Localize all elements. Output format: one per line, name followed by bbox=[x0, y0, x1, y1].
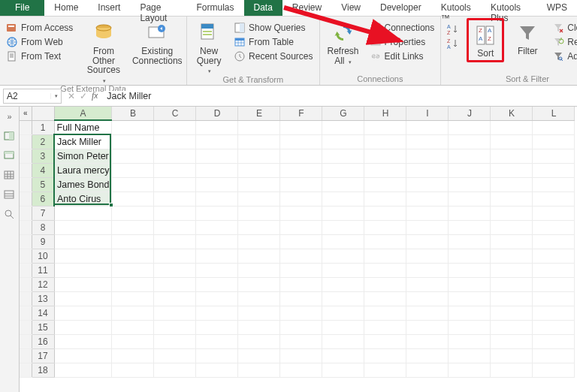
col-header-F[interactable]: F bbox=[280, 107, 322, 120]
cell-J18[interactable] bbox=[449, 363, 491, 377]
col-header-B[interactable]: B bbox=[112, 107, 154, 120]
reapply-button[interactable]: Reapply bbox=[551, 35, 577, 49]
cell-I3[interactable] bbox=[406, 149, 449, 163]
cell-L6[interactable] bbox=[533, 191, 575, 206]
cell-K5[interactable] bbox=[491, 177, 533, 191]
cell-I14[interactable] bbox=[406, 306, 449, 320]
cell-D7[interactable] bbox=[196, 206, 238, 220]
cell-E6[interactable] bbox=[238, 191, 280, 206]
cell-J5[interactable] bbox=[449, 177, 491, 191]
row-header-12[interactable]: 12 bbox=[32, 277, 54, 291]
cell-A16[interactable] bbox=[54, 334, 112, 348]
cell-D14[interactable] bbox=[196, 306, 238, 320]
cell-I11[interactable] bbox=[406, 263, 449, 277]
cell-C13[interactable] bbox=[154, 291, 196, 306]
cell-D16[interactable] bbox=[196, 334, 238, 348]
col-header-G[interactable]: G bbox=[322, 107, 364, 120]
cell-C12[interactable] bbox=[154, 277, 196, 291]
cell-H18[interactable] bbox=[364, 363, 406, 377]
from-table-button[interactable]: From Table bbox=[232, 35, 314, 49]
cell-H12[interactable] bbox=[364, 277, 406, 291]
cell-L16[interactable] bbox=[533, 334, 575, 348]
cell-L15[interactable] bbox=[533, 320, 575, 334]
cell-K12[interactable] bbox=[491, 277, 533, 291]
cell-L5[interactable] bbox=[533, 177, 575, 191]
cell-K6[interactable] bbox=[491, 191, 533, 206]
cell-D17[interactable] bbox=[196, 348, 238, 363]
cell-D13[interactable] bbox=[196, 291, 238, 306]
cell-B14[interactable] bbox=[112, 306, 154, 320]
row-header-10[interactable]: 10 bbox=[32, 249, 54, 263]
row-header-8[interactable]: 8 bbox=[32, 220, 54, 234]
cell-I9[interactable] bbox=[406, 234, 449, 249]
cell-L13[interactable] bbox=[533, 291, 575, 306]
tab-view[interactable]: View bbox=[331, 0, 370, 16]
cell-H17[interactable] bbox=[364, 348, 406, 363]
cell-L3[interactable] bbox=[533, 149, 575, 163]
cell-I4[interactable] bbox=[406, 163, 449, 177]
cell-B18[interactable] bbox=[112, 363, 154, 377]
row-header-1[interactable]: 1 bbox=[32, 120, 54, 134]
cell-F11[interactable] bbox=[280, 263, 322, 277]
cell-F13[interactable] bbox=[280, 291, 322, 306]
cell-A5[interactable]: James Bond bbox=[54, 177, 112, 191]
tab-data[interactable]: Data bbox=[244, 0, 282, 16]
fx-icon[interactable]: fx bbox=[92, 90, 98, 101]
cell-D15[interactable] bbox=[196, 320, 238, 334]
from-access-button[interactable]: From Access bbox=[5, 21, 74, 35]
rail-icon-2[interactable] bbox=[3, 149, 17, 162]
collapse-rail-icon[interactable]: « bbox=[20, 107, 32, 120]
from-web-button[interactable]: From Web bbox=[5, 35, 74, 49]
cell-F16[interactable] bbox=[280, 334, 322, 348]
cell-F4[interactable] bbox=[280, 163, 322, 177]
show-queries-button[interactable]: Show Queries bbox=[232, 21, 314, 35]
enter-formula-icon[interactable]: ✓ bbox=[80, 91, 87, 101]
cell-J7[interactable] bbox=[449, 206, 491, 220]
cell-F17[interactable] bbox=[280, 348, 322, 363]
cell-C8[interactable] bbox=[154, 220, 196, 234]
cell-A14[interactable] bbox=[54, 306, 112, 320]
cell-G18[interactable] bbox=[322, 363, 364, 377]
cell-F18[interactable] bbox=[280, 363, 322, 377]
cell-K9[interactable] bbox=[491, 234, 533, 249]
cell-B9[interactable] bbox=[112, 234, 154, 249]
cell-J11[interactable] bbox=[449, 263, 491, 277]
cell-H13[interactable] bbox=[364, 291, 406, 306]
cell-F8[interactable] bbox=[280, 220, 322, 234]
cell-K11[interactable] bbox=[491, 263, 533, 277]
cell-D8[interactable] bbox=[196, 220, 238, 234]
cell-G6[interactable] bbox=[322, 191, 364, 206]
rail-icon-3[interactable] bbox=[3, 168, 17, 182]
cell-L1[interactable] bbox=[533, 120, 575, 134]
cell-E4[interactable] bbox=[238, 163, 280, 177]
cell-K17[interactable] bbox=[491, 348, 533, 363]
name-box-dropdown-icon[interactable]: ▾ bbox=[50, 93, 61, 99]
cell-K7[interactable] bbox=[491, 206, 533, 220]
cell-E10[interactable] bbox=[238, 249, 280, 263]
cell-F2[interactable] bbox=[280, 134, 322, 149]
cell-H4[interactable] bbox=[364, 163, 406, 177]
col-header-J[interactable]: J bbox=[449, 107, 491, 120]
cell-G11[interactable] bbox=[322, 263, 364, 277]
cell-G10[interactable] bbox=[322, 249, 364, 263]
cell-C17[interactable] bbox=[154, 348, 196, 363]
cell-E16[interactable] bbox=[238, 334, 280, 348]
cell-E5[interactable] bbox=[238, 177, 280, 191]
cell-K3[interactable] bbox=[491, 149, 533, 163]
cell-E8[interactable] bbox=[238, 220, 280, 234]
cell-H5[interactable] bbox=[364, 177, 406, 191]
cell-D5[interactable] bbox=[196, 177, 238, 191]
cell-A15[interactable] bbox=[54, 320, 112, 334]
cell-L4[interactable] bbox=[533, 163, 575, 177]
cell-C14[interactable] bbox=[154, 306, 196, 320]
cell-A6[interactable]: Anto Cirus bbox=[54, 191, 112, 206]
cell-J6[interactable] bbox=[449, 191, 491, 206]
cell-A9[interactable] bbox=[54, 234, 112, 249]
cell-B8[interactable] bbox=[112, 220, 154, 234]
refresh-all-button[interactable]: Refresh All ▾ bbox=[325, 18, 362, 65]
cell-I10[interactable] bbox=[406, 249, 449, 263]
cell-K15[interactable] bbox=[491, 320, 533, 334]
cell-C2[interactable] bbox=[154, 134, 196, 149]
cancel-formula-icon[interactable]: ✕ bbox=[68, 91, 75, 101]
cell-H6[interactable] bbox=[364, 191, 406, 206]
